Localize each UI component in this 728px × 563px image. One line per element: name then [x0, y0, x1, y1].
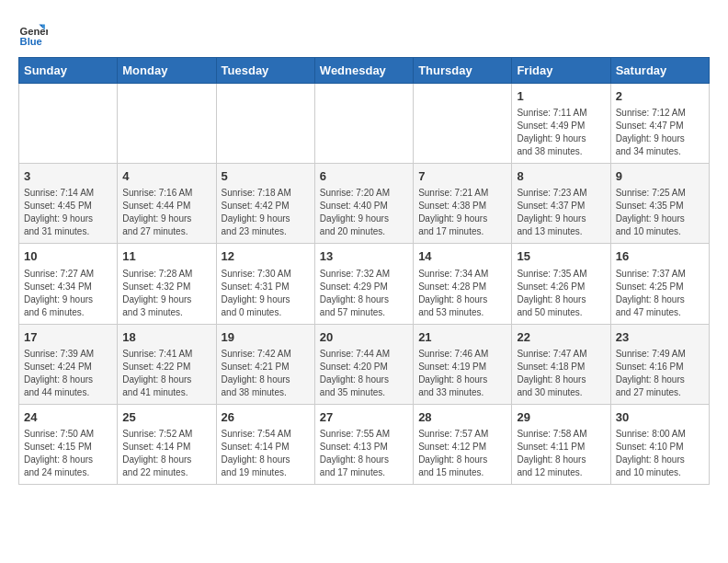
day-cell: 15Sunrise: 7:35 AM Sunset: 4:26 PM Dayli…: [512, 244, 610, 324]
week-row-1: 3Sunrise: 7:14 AM Sunset: 4:45 PM Daylig…: [19, 164, 710, 244]
day-number: 27: [320, 409, 408, 426]
day-cell: 14Sunrise: 7:34 AM Sunset: 4:28 PM Dayli…: [414, 244, 512, 324]
day-info: Sunrise: 7:23 AM Sunset: 4:37 PM Dayligh…: [517, 187, 605, 238]
day-number: 14: [418, 248, 506, 265]
day-cell: 12Sunrise: 7:30 AM Sunset: 4:31 PM Dayli…: [216, 244, 314, 324]
day-number: 7: [418, 168, 506, 185]
day-info: Sunrise: 7:44 AM Sunset: 4:20 PM Dayligh…: [320, 348, 408, 399]
week-row-0: 1Sunrise: 7:11 AM Sunset: 4:49 PM Daylig…: [19, 84, 710, 164]
day-number: 25: [122, 409, 210, 426]
calendar-body: 1Sunrise: 7:11 AM Sunset: 4:49 PM Daylig…: [19, 84, 710, 485]
day-cell: 6Sunrise: 7:20 AM Sunset: 4:40 PM Daylig…: [314, 164, 413, 244]
day-info: Sunrise: 7:39 AM Sunset: 4:24 PM Dayligh…: [24, 348, 112, 399]
day-cell: [19, 84, 118, 164]
day-cell: [314, 84, 413, 164]
header-sunday: Sunday: [19, 58, 118, 84]
day-info: Sunrise: 7:12 AM Sunset: 4:47 PM Dayligh…: [616, 107, 704, 158]
day-cell: [118, 84, 216, 164]
day-number: 18: [122, 329, 210, 346]
header-thursday: Thursday: [414, 58, 512, 84]
day-info: Sunrise: 7:27 AM Sunset: 4:34 PM Dayligh…: [24, 268, 112, 319]
day-cell: 10Sunrise: 7:27 AM Sunset: 4:34 PM Dayli…: [19, 244, 118, 324]
day-info: Sunrise: 7:52 AM Sunset: 4:14 PM Dayligh…: [122, 428, 210, 479]
day-info: Sunrise: 7:25 AM Sunset: 4:35 PM Dayligh…: [616, 187, 704, 238]
day-cell: 4Sunrise: 7:16 AM Sunset: 4:44 PM Daylig…: [118, 164, 216, 244]
day-cell: 1Sunrise: 7:11 AM Sunset: 4:49 PM Daylig…: [512, 84, 610, 164]
day-info: Sunrise: 7:58 AM Sunset: 4:11 PM Dayligh…: [517, 428, 605, 479]
logo-icon: General Blue: [18, 18, 48, 48]
day-info: Sunrise: 7:50 AM Sunset: 4:15 PM Dayligh…: [24, 428, 112, 479]
day-info: Sunrise: 7:30 AM Sunset: 4:31 PM Dayligh…: [222, 268, 310, 319]
day-number: 2: [616, 88, 704, 105]
day-info: Sunrise: 7:21 AM Sunset: 4:38 PM Dayligh…: [418, 187, 506, 238]
day-cell: 20Sunrise: 7:44 AM Sunset: 4:20 PM Dayli…: [314, 324, 413, 404]
calendar-header: SundayMondayTuesdayWednesdayThursdayFrid…: [19, 58, 710, 84]
day-info: Sunrise: 7:28 AM Sunset: 4:32 PM Dayligh…: [122, 268, 210, 319]
week-row-3: 17Sunrise: 7:39 AM Sunset: 4:24 PM Dayli…: [19, 324, 710, 404]
day-info: Sunrise: 7:11 AM Sunset: 4:49 PM Dayligh…: [517, 107, 605, 158]
day-cell: 24Sunrise: 7:50 AM Sunset: 4:15 PM Dayli…: [19, 404, 118, 484]
day-cell: [414, 84, 512, 164]
day-number: 19: [222, 329, 310, 346]
day-number: 9: [616, 168, 704, 185]
day-number: 12: [222, 248, 310, 265]
day-info: Sunrise: 7:49 AM Sunset: 4:16 PM Dayligh…: [616, 348, 704, 399]
day-number: 6: [320, 168, 408, 185]
header-row: SundayMondayTuesdayWednesdayThursdayFrid…: [19, 58, 710, 84]
day-number: 30: [616, 409, 704, 426]
day-cell: 27Sunrise: 7:55 AM Sunset: 4:13 PM Dayli…: [314, 404, 413, 484]
day-number: 16: [616, 248, 704, 265]
day-cell: 23Sunrise: 7:49 AM Sunset: 4:16 PM Dayli…: [610, 324, 709, 404]
day-cell: 25Sunrise: 7:52 AM Sunset: 4:14 PM Dayli…: [118, 404, 216, 484]
day-cell: 2Sunrise: 7:12 AM Sunset: 4:47 PM Daylig…: [610, 84, 709, 164]
day-cell: 13Sunrise: 7:32 AM Sunset: 4:29 PM Dayli…: [314, 244, 413, 324]
day-info: Sunrise: 7:16 AM Sunset: 4:44 PM Dayligh…: [122, 187, 210, 238]
day-number: 4: [122, 168, 210, 185]
day-cell: 21Sunrise: 7:46 AM Sunset: 4:19 PM Dayli…: [414, 324, 512, 404]
day-info: Sunrise: 7:32 AM Sunset: 4:29 PM Dayligh…: [320, 268, 408, 319]
day-cell: 22Sunrise: 7:47 AM Sunset: 4:18 PM Dayli…: [512, 324, 610, 404]
day-info: Sunrise: 7:47 AM Sunset: 4:18 PM Dayligh…: [517, 348, 605, 399]
day-number: 28: [418, 409, 506, 426]
day-info: Sunrise: 7:35 AM Sunset: 4:26 PM Dayligh…: [517, 268, 605, 319]
day-cell: 9Sunrise: 7:25 AM Sunset: 4:35 PM Daylig…: [610, 164, 709, 244]
day-number: 22: [517, 329, 605, 346]
day-info: Sunrise: 7:14 AM Sunset: 4:45 PM Dayligh…: [24, 187, 112, 238]
day-number: 26: [222, 409, 310, 426]
header-tuesday: Tuesday: [216, 58, 314, 84]
day-number: 8: [517, 168, 605, 185]
svg-text:Blue: Blue: [20, 36, 42, 47]
day-info: Sunrise: 8:00 AM Sunset: 4:10 PM Dayligh…: [616, 428, 704, 479]
day-number: 21: [418, 329, 506, 346]
header: General Blue: [18, 18, 710, 48]
day-number: 1: [517, 88, 605, 105]
day-cell: 19Sunrise: 7:42 AM Sunset: 4:21 PM Dayli…: [216, 324, 314, 404]
day-number: 17: [24, 329, 112, 346]
day-number: 15: [517, 248, 605, 265]
day-cell: 26Sunrise: 7:54 AM Sunset: 4:14 PM Dayli…: [216, 404, 314, 484]
day-number: 3: [24, 168, 112, 185]
day-info: Sunrise: 7:34 AM Sunset: 4:28 PM Dayligh…: [418, 268, 506, 319]
week-row-4: 24Sunrise: 7:50 AM Sunset: 4:15 PM Dayli…: [19, 404, 710, 484]
day-cell: 28Sunrise: 7:57 AM Sunset: 4:12 PM Dayli…: [414, 404, 512, 484]
day-cell: 5Sunrise: 7:18 AM Sunset: 4:42 PM Daylig…: [216, 164, 314, 244]
day-info: Sunrise: 7:57 AM Sunset: 4:12 PM Dayligh…: [418, 428, 506, 479]
day-number: 11: [122, 248, 210, 265]
day-cell: 17Sunrise: 7:39 AM Sunset: 4:24 PM Dayli…: [19, 324, 118, 404]
day-cell: [216, 84, 314, 164]
day-number: 23: [616, 329, 704, 346]
logo: General Blue: [18, 18, 51, 48]
day-cell: 18Sunrise: 7:41 AM Sunset: 4:22 PM Dayli…: [118, 324, 216, 404]
day-info: Sunrise: 7:41 AM Sunset: 4:22 PM Dayligh…: [122, 348, 210, 399]
day-info: Sunrise: 7:55 AM Sunset: 4:13 PM Dayligh…: [320, 428, 408, 479]
calendar-table: SundayMondayTuesdayWednesdayThursdayFrid…: [18, 57, 710, 485]
day-number: 13: [320, 248, 408, 265]
week-row-2: 10Sunrise: 7:27 AM Sunset: 4:34 PM Dayli…: [19, 244, 710, 324]
day-number: 24: [24, 409, 112, 426]
day-cell: 3Sunrise: 7:14 AM Sunset: 4:45 PM Daylig…: [19, 164, 118, 244]
header-friday: Friday: [512, 58, 610, 84]
day-number: 29: [517, 409, 605, 426]
day-cell: 30Sunrise: 8:00 AM Sunset: 4:10 PM Dayli…: [610, 404, 709, 484]
day-info: Sunrise: 7:46 AM Sunset: 4:19 PM Dayligh…: [418, 348, 506, 399]
header-monday: Monday: [118, 58, 216, 84]
